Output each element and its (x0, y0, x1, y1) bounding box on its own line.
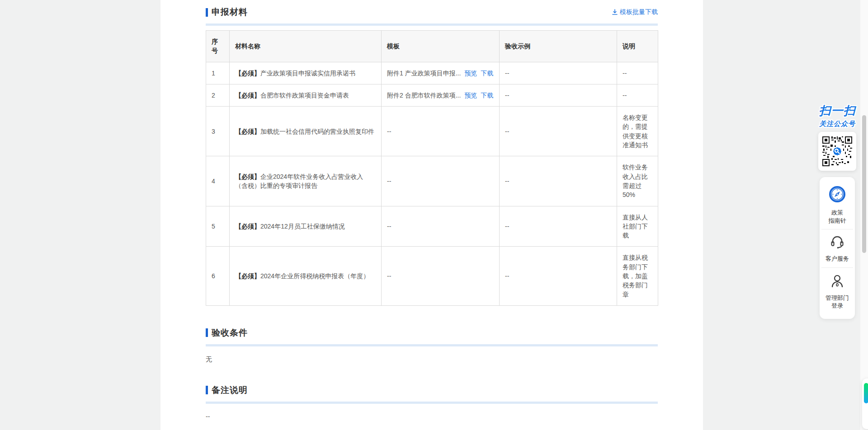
cell-note: -- (617, 62, 658, 84)
table-row: 2【必须】合肥市软件政策项目资金申请表附件2 合肥市软件政策项...预览下载--… (206, 84, 658, 106)
scan-slogan: 扫一扫 (817, 103, 857, 119)
table-header-row: 序号 材料名称 模板 验收示例 说明 (206, 31, 658, 62)
batch-download-link[interactable]: 模板批量下载 (612, 8, 658, 16)
header-note: 说明 (617, 31, 658, 62)
template-file-name: 附件2 合肥市软件政策项... (387, 92, 461, 99)
template-file-name: 附件1 产业政策项目申报... (387, 70, 461, 77)
cell-material-name: 【必须】加载统一社会信用代码的营业执照复印件 (230, 107, 382, 156)
side-float-gradient-pill (864, 383, 868, 403)
admin-login-item[interactable]: 管理部门登录 (821, 267, 853, 314)
cell-seq: 2 (206, 84, 230, 106)
cell-material-name: 【必须】合肥市软件政策项目资金申请表 (230, 84, 382, 106)
policy-compass-label: 政策指南针 (821, 209, 853, 224)
section-divider (206, 23, 658, 26)
table-row: 4【必须】企业2024年软件业务收入占营业收入（含税）比重的专项审计报告----… (206, 156, 658, 206)
cell-sample: -- (500, 62, 617, 84)
cell-material-name: 【必须】2024年12月员工社保缴纳情况 (230, 206, 382, 247)
download-link[interactable]: 下载 (481, 92, 493, 99)
preview-link[interactable]: 预览 (464, 92, 477, 99)
cell-sample: -- (500, 206, 617, 247)
header-name: 材料名称 (230, 31, 382, 62)
section-bullet (206, 328, 208, 337)
cell-note: 直接从人社部门下载 (617, 206, 658, 247)
cell-sample: -- (500, 156, 617, 206)
section-bullet (206, 8, 208, 17)
cell-sample: -- (500, 84, 617, 106)
cell-template: -- (382, 247, 500, 305)
admin-login-label: 管理部门登录 (821, 294, 853, 310)
cell-seq: 3 (206, 107, 230, 156)
required-tag: 【必须】 (235, 128, 260, 135)
remarks-section-title: 备注说明 (212, 384, 248, 396)
cell-material-name: 【必须】企业2024年软件业务收入占营业收入（含税）比重的专项审计报告 (230, 156, 382, 206)
required-tag: 【必须】 (235, 173, 260, 180)
required-tag: 【必须】 (235, 223, 260, 230)
cell-sample: -- (500, 247, 617, 305)
admin-login-icon (830, 273, 845, 289)
header-template: 模板 (382, 31, 500, 62)
policy-compass-item[interactable]: 政策指南针 (821, 182, 853, 229)
acceptance-content: 无 (206, 355, 658, 364)
header-sample: 验收示例 (500, 31, 617, 62)
cell-note: 软件业务收入占比需超过50% (617, 156, 658, 206)
cell-seq: 5 (206, 206, 230, 247)
cell-note: 直接从税务部门下载，加盖税务部门章 (617, 247, 658, 305)
remarks-section-header: 备注说明 (206, 384, 658, 396)
materials-table-body: 1【必须】产业政策项目申报诚实信用承诺书附件1 产业政策项目申报...预览下载-… (206, 62, 658, 305)
acceptance-section-title: 验收条件 (212, 327, 248, 339)
batch-download-label: 模板批量下载 (620, 8, 658, 16)
section-bullet (206, 386, 208, 394)
download-link[interactable]: 下载 (481, 70, 493, 77)
cell-seq: 4 (206, 156, 230, 206)
remarks-content: -- (206, 413, 658, 420)
acceptance-section-header: 验收条件 (206, 327, 658, 339)
customer-service-item[interactable]: 客户服务 (821, 229, 853, 267)
customer-service-label: 客户服务 (821, 255, 853, 263)
qr-follow-widget: 扫一扫 关注公众号 (817, 103, 857, 319)
headset-icon (830, 235, 845, 249)
cell-template: 附件2 合肥市软件政策项...预览下载 (382, 84, 500, 106)
materials-table: 序号 材料名称 模板 验收示例 说明 1【必须】产业政策项目申报诚实信用承诺书附… (206, 30, 658, 306)
table-row: 6【必须】2024年企业所得税纳税申报表（年度）----直接从税务部门下载，加盖… (206, 247, 658, 305)
cell-template: -- (382, 107, 500, 156)
services-panel: 政策指南针 客户服务 管理部门登录 (820, 177, 855, 319)
table-row: 5【必须】2024年12月员工社保缴纳情况----直接从人社部门下载 (206, 206, 658, 247)
header-seq: 序号 (206, 31, 230, 62)
cell-seq: 6 (206, 247, 230, 305)
materials-section-title: 申报材料 (212, 6, 248, 18)
cell-material-name: 【必须】产业政策项目申报诚实信用承诺书 (230, 62, 382, 84)
section-divider (206, 344, 658, 346)
qr-code-image (822, 136, 852, 166)
required-tag: 【必须】 (235, 272, 260, 280)
scrollbar-thumb[interactable] (862, 115, 866, 253)
required-tag: 【必须】 (235, 70, 260, 77)
cell-note: 名称变更的，需提供变更核准通知书 (617, 107, 658, 156)
required-tag: 【必须】 (235, 92, 260, 99)
materials-section-header: 申报材料 模板批量下载 (206, 0, 658, 18)
preview-link[interactable]: 预览 (464, 70, 477, 77)
cell-template: 附件1 产业政策项目申报...预览下载 (382, 62, 500, 84)
cell-note: -- (617, 84, 658, 106)
follow-account-slogan: 关注公众号 (817, 120, 857, 128)
table-row: 1【必须】产业政策项目申报诚实信用承诺书附件1 产业政策项目申报...预览下载-… (206, 62, 658, 84)
qr-code[interactable] (818, 132, 856, 171)
cell-material-name: 【必须】2024年企业所得税纳税申报表（年度） (230, 247, 382, 305)
cell-template: -- (382, 206, 500, 247)
table-row: 3【必须】加载统一社会信用代码的营业执照复印件----名称变更的，需提供变更核准… (206, 107, 658, 156)
cell-template: -- (382, 156, 500, 206)
section-divider (206, 402, 658, 404)
compass-icon (828, 185, 846, 203)
content-card: 申报材料 模板批量下载 序号 材料名称 模板 验收示例 (160, 0, 703, 430)
cell-sample: -- (500, 107, 617, 156)
cell-seq: 1 (206, 62, 230, 84)
download-icon (612, 9, 618, 15)
